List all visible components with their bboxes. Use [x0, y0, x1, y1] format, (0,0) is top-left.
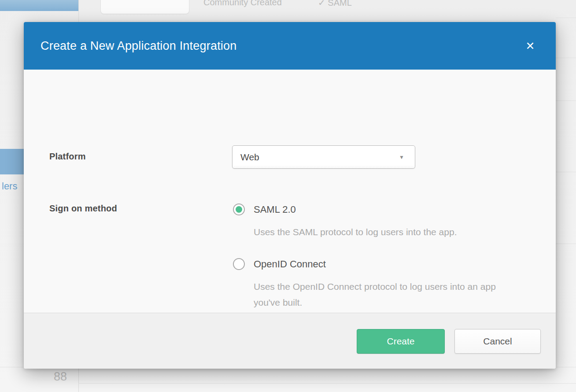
platform-select[interactable]: Web ▼: [232, 145, 415, 169]
platform-select-value: Web: [240, 152, 259, 163]
radio-saml-label[interactable]: SAML 2.0: [254, 204, 296, 215]
platform-label: Platform: [49, 152, 86, 162]
cancel-button[interactable]: Cancel: [454, 329, 541, 354]
background-row-divider: [556, 244, 576, 244]
radio-saml-description: Uses the SAML protocol to log users into…: [254, 224, 457, 240]
background-nav-highlight: [0, 0, 78, 11]
background-row-count: 88: [54, 370, 67, 384]
chevron-down-icon: ▼: [399, 154, 404, 160]
check-icon: ✓: [318, 0, 325, 7]
background-row-divider: [556, 18, 576, 18]
create-app-integration-dialog: Create a New Application Integration ✕ P…: [24, 22, 556, 369]
background-providers-link-partial: lers: [2, 181, 17, 192]
create-button[interactable]: Create: [357, 329, 445, 354]
dialog-title: Create a New Application Integration: [41, 39, 236, 53]
radio-openid-description: Uses the OpenID Connect protocol to log …: [254, 279, 522, 311]
radio-selected-dot: [236, 206, 242, 213]
radio-openid[interactable]: [233, 258, 245, 270]
background-row-divider: [556, 58, 576, 58]
close-icon[interactable]: ✕: [522, 38, 538, 54]
dialog-footer: Create Cancel: [24, 313, 556, 369]
background-row-divider: [556, 100, 576, 101]
radio-openid-label[interactable]: OpenID Connect: [254, 259, 326, 270]
dialog-body: Platform Web ▼ Sign on method SAML 2.0 U…: [24, 70, 556, 313]
background-sidebar-selected-item: [0, 149, 25, 174]
radio-saml[interactable]: [233, 203, 245, 215]
background-row-divider: [78, 383, 576, 384]
sign-on-method-label: Sign on method: [49, 203, 117, 214]
background-column-saml: ✓ SAML: [318, 0, 352, 8]
background-button-outline: [100, 0, 189, 14]
background-column-community-created: Community Created: [203, 0, 282, 7]
background-row-divider: [556, 172, 576, 172]
dialog-header: Create a New Application Integration ✕: [24, 22, 556, 70]
